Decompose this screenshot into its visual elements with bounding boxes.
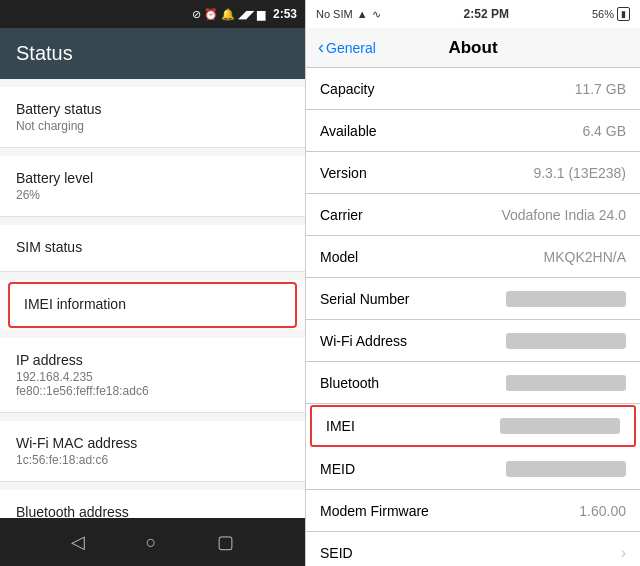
ios-row-carrier[interactable]: Carrier Vodafone India 24.0 [306,194,640,236]
ios-time: 2:52 PM [464,7,509,21]
ios-row-capacity[interactable]: Capacity 11.7 GB [306,68,640,110]
ios-value-wifi-address [506,333,626,349]
ios-row-available[interactable]: Available 6.4 GB [306,110,640,152]
android-item-wifi-mac[interactable]: Wi-Fi MAC address 1c:56:fe:18:ad:c6 [0,421,305,482]
android-spacer-6 [0,413,305,421]
ios-label-version: Version [320,165,440,181]
android-item-subtitle-ip: 192.168.4.235fe80::1e56:feff:fe18:adc6 [16,370,289,398]
android-spacer-3 [0,217,305,225]
ios-row-bluetooth[interactable]: Bluetooth [306,362,640,404]
ios-value-meid [506,461,626,477]
ios-label-capacity: Capacity [320,81,440,97]
android-item-bluetooth[interactable]: Bluetooth address Unavailable [0,490,305,518]
ios-wifi-icon: ∿ [372,8,381,21]
android-item-ip-address[interactable]: IP address 192.168.4.235fe80::1e56:feff:… [0,338,305,413]
android-item-battery-level[interactable]: Battery level 26% [0,156,305,217]
ios-row-version[interactable]: Version 9.3.1 (13E238) [306,152,640,194]
ios-nav-wrapper: ‹ General About [318,37,628,58]
android-home-icon[interactable]: ○ [146,532,157,553]
ios-value-serial [506,291,626,307]
ios-label-imei: IMEI [326,418,446,434]
ios-label-bluetooth: Bluetooth [320,375,440,391]
ios-content: Capacity 11.7 GB Available 6.4 GB Versio… [306,68,640,566]
ios-row-model[interactable]: Model MKQK2HN/A [306,236,640,278]
android-status-icons: ⊘⏰🔔◢◤▆ [192,8,265,21]
ios-value-modem-firmware: 1.60.00 [579,503,626,519]
ios-status-left: No SIM ▲ ∿ [316,8,381,21]
ios-row-modem-firmware[interactable]: Modem Firmware 1.60.00 [306,490,640,532]
ios-row-imei[interactable]: IMEI [310,405,636,447]
ios-value-available: 6.4 GB [582,123,626,139]
ios-label-meid: MEID [320,461,440,477]
android-item-subtitle-wifi-mac: 1c:56:fe:18:ad:c6 [16,453,289,467]
android-item-sim-status[interactable]: SIM status [0,225,305,272]
android-header: Status [0,28,305,79]
ios-back-label: General [326,40,376,56]
android-item-subtitle-battery-status: Not charging [16,119,289,133]
android-item-title-bluetooth: Bluetooth address [16,504,289,518]
ios-row-seid[interactable]: SEID › [306,532,640,566]
ios-value-capacity: 11.7 GB [575,81,626,97]
ios-back-button[interactable]: ‹ General [318,37,376,58]
ios-group-main: Capacity 11.7 GB Available 6.4 GB Versio… [306,68,640,566]
android-item-title-imei-info: IMEI information [24,296,281,312]
ios-value-model: MKQK2HN/A [544,249,626,265]
ios-label-serial: Serial Number [320,291,440,307]
ios-value-version: 9.3.1 (13E238) [533,165,626,181]
android-recents-icon[interactable]: ▢ [217,531,234,553]
ios-value-bluetooth [506,375,626,391]
android-content: Battery status Not charging Battery leve… [0,79,305,518]
ios-battery-icon: ▮ [617,7,630,21]
ios-label-available: Available [320,123,440,139]
ios-value-carrier: Vodafone India 24.0 [501,207,626,223]
ios-row-serial[interactable]: Serial Number [306,278,640,320]
android-back-icon[interactable]: ◁ [71,531,85,553]
android-spacer-1 [0,79,305,87]
ios-panel: No SIM ▲ ∿ 2:52 PM 56% ▮ ‹ General About… [305,0,640,566]
android-item-subtitle-battery-level: 26% [16,188,289,202]
android-item-title-wifi-mac: Wi-Fi MAC address [16,435,289,451]
android-item-battery-status[interactable]: Battery status Not charging [0,87,305,148]
android-time: 2:53 [273,7,297,21]
ios-value-imei [500,418,620,434]
ios-label-model: Model [320,249,440,265]
android-nav-bar: ◁ ○ ▢ [0,518,305,566]
android-item-title-battery-status: Battery status [16,101,289,117]
ios-row-meid[interactable]: MEID [306,448,640,490]
ios-status-bar: No SIM ▲ ∿ 2:52 PM 56% ▮ [306,0,640,28]
ios-battery: 56% ▮ [592,7,630,21]
ios-chevron-left-icon: ‹ [318,37,324,58]
android-spacer-4 [0,272,305,280]
ios-row-wifi-address[interactable]: Wi-Fi Address [306,320,640,362]
ios-label-wifi-address: Wi-Fi Address [320,333,440,349]
ios-carrier-label: No SIM [316,8,353,20]
android-item-title-sim-status: SIM status [16,239,289,255]
android-panel: ⊘⏰🔔◢◤▆ 2:53 Status Battery status Not ch… [0,0,305,566]
android-spacer-5 [0,330,305,338]
ios-battery-percent: 56% [592,8,614,20]
ios-nav-title: About [448,38,497,58]
android-spacer-2 [0,148,305,156]
ios-label-seid: SEID [320,545,440,561]
android-item-imei-info[interactable]: IMEI information [8,282,297,328]
ios-chevron-right-icon: › [621,544,626,562]
android-item-title-battery-level: Battery level [16,170,289,186]
ios-label-modem-firmware: Modem Firmware [320,503,440,519]
ios-nav-bar: ‹ General About [306,28,640,68]
ios-signal-icon: ▲ [357,8,368,20]
android-item-title-ip: IP address [16,352,289,368]
android-status-bar: ⊘⏰🔔◢◤▆ 2:53 [0,0,305,28]
android-spacer-7 [0,482,305,490]
ios-label-carrier: Carrier [320,207,440,223]
android-title: Status [16,42,73,64]
